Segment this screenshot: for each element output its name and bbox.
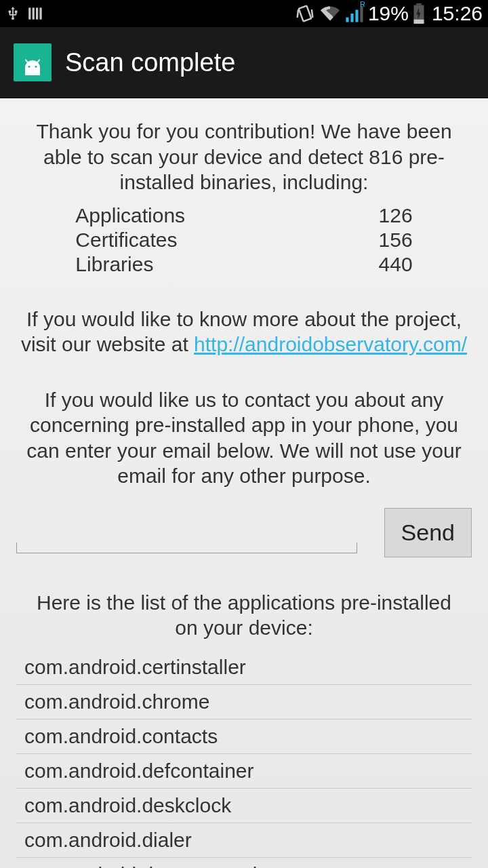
svg-rect-7 bbox=[355, 9, 358, 22]
cell-signal-icon: R bbox=[345, 4, 364, 23]
contact-info: If you would like us to contact you abou… bbox=[16, 387, 472, 489]
wifi-icon bbox=[319, 4, 341, 23]
svg-rect-11 bbox=[413, 20, 424, 24]
content-area: Thank you for you contribution! We have … bbox=[0, 98, 488, 868]
list-item[interactable]: com.android.defcontainer bbox=[16, 754, 472, 789]
summary-row: Libraries 440 bbox=[75, 252, 412, 277]
website-link[interactable]: http://androidobservatory.com/ bbox=[194, 333, 467, 355]
svg-rect-6 bbox=[350, 14, 353, 22]
barcode-icon bbox=[27, 5, 45, 22]
summary-value: 440 bbox=[379, 253, 413, 276]
usb-icon bbox=[5, 3, 20, 24]
vibrate-icon bbox=[295, 3, 315, 24]
email-row: Send bbox=[16, 508, 472, 557]
svg-rect-3 bbox=[39, 7, 41, 19]
svg-rect-10 bbox=[416, 3, 422, 5]
package-list: com.android.certinstaller com.android.ch… bbox=[16, 650, 472, 869]
website-info: If you would like to know more about the… bbox=[16, 307, 472, 357]
list-item[interactable]: com.android.certinstaller bbox=[16, 650, 472, 685]
page-title: Scan complete bbox=[65, 48, 235, 77]
svg-rect-8 bbox=[360, 6, 363, 22]
svg-rect-5 bbox=[346, 18, 348, 22]
summary-table: Applications 126 Certificates 156 Librar… bbox=[75, 203, 412, 277]
battery-percentage: 19% bbox=[368, 2, 409, 25]
email-field[interactable] bbox=[16, 542, 357, 553]
list-item[interactable]: com.android.dialer bbox=[16, 823, 472, 858]
summary-label: Certificates bbox=[75, 229, 177, 252]
summary-label: Libraries bbox=[75, 253, 153, 276]
list-item[interactable]: com.android.documentsui bbox=[16, 858, 472, 869]
summary-label: Applications bbox=[75, 204, 185, 227]
svg-rect-4 bbox=[299, 5, 312, 21]
status-bar: R 19% 15:26 bbox=[0, 0, 488, 27]
send-button[interactable]: Send bbox=[384, 508, 472, 557]
clock: 15:26 bbox=[432, 2, 483, 25]
summary-value: 156 bbox=[379, 229, 413, 252]
svg-rect-2 bbox=[36, 7, 38, 19]
app-title-bar: Scan complete bbox=[0, 27, 488, 98]
summary-value: 126 bbox=[379, 204, 413, 227]
list-item[interactable]: com.android.contacts bbox=[16, 719, 472, 754]
app-icon bbox=[14, 43, 52, 81]
svg-rect-1 bbox=[33, 7, 35, 19]
svg-point-13 bbox=[35, 66, 37, 68]
package-list-heading: Here is the list of the applications pre… bbox=[16, 590, 472, 641]
svg-rect-0 bbox=[28, 7, 30, 19]
svg-point-12 bbox=[28, 66, 30, 68]
summary-row: Certificates 156 bbox=[75, 228, 412, 252]
list-item[interactable]: com.android.deskclock bbox=[16, 789, 472, 823]
summary-row: Applications 126 bbox=[75, 203, 412, 228]
list-item[interactable]: com.android.chrome bbox=[16, 685, 472, 719]
thank-you-text: Thank you for you contribution! We have … bbox=[16, 119, 472, 195]
battery-charging-icon bbox=[413, 3, 425, 24]
